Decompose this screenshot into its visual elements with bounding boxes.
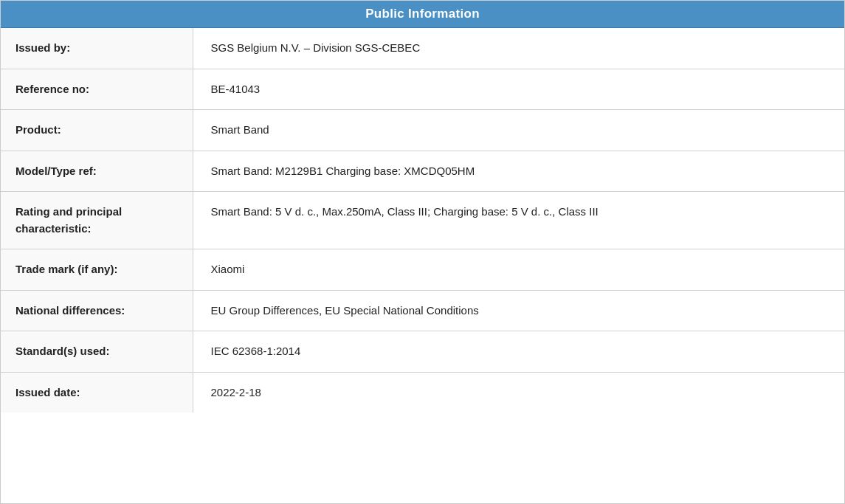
row-value: EU Group Differences, EU Special Nationa… <box>193 290 844 331</box>
table-row: Product:Smart Band <box>1 110 844 151</box>
row-value: IEC 62368-1:2014 <box>193 331 844 373</box>
table-row: Issued by:SGS Belgium N.V. – Division SG… <box>1 28 844 69</box>
row-label: Issued by: <box>1 28 193 69</box>
page-container: Public Information Issued by:SGS Belgium… <box>0 0 845 504</box>
info-table: Issued by:SGS Belgium N.V. – Division SG… <box>1 28 844 412</box>
table-row: Reference no:BE-41043 <box>1 69 844 110</box>
row-value: BE-41043 <box>193 69 844 110</box>
row-value: Smart Band: 5 V d. c., Max.250mA, Class … <box>193 192 844 249</box>
row-label: Issued date: <box>1 372 193 412</box>
table-row: Issued date:2022-2-18 <box>1 372 844 412</box>
row-value: Smart Band: M2129B1 Charging base: XMCDQ… <box>193 151 844 192</box>
row-label: Product: <box>1 110 193 151</box>
row-label: Model/Type ref: <box>1 151 193 192</box>
row-label: Rating and principal characteristic: <box>1 192 193 249</box>
row-value: 2022-2-18 <box>193 372 844 412</box>
page-title: Public Information <box>365 7 480 21</box>
row-value: Smart Band <box>193 110 844 151</box>
row-label: Reference no: <box>1 69 193 110</box>
row-value: Xiaomi <box>193 249 844 291</box>
table-row: Standard(s) used:IEC 62368-1:2014 <box>1 331 844 373</box>
table-row: Trade mark (if any):Xiaomi <box>1 249 844 291</box>
page-header: Public Information <box>1 1 844 28</box>
row-value: SGS Belgium N.V. – Division SGS-CEBEC <box>193 28 844 69</box>
row-label: National differences: <box>1 290 193 331</box>
table-row: Model/Type ref:Smart Band: M2129B1 Charg… <box>1 151 844 192</box>
table-row: Rating and principal characteristic:Smar… <box>1 192 844 249</box>
row-label: Trade mark (if any): <box>1 249 193 291</box>
row-label: Standard(s) used: <box>1 331 193 373</box>
table-row: National differences:EU Group Difference… <box>1 290 844 331</box>
